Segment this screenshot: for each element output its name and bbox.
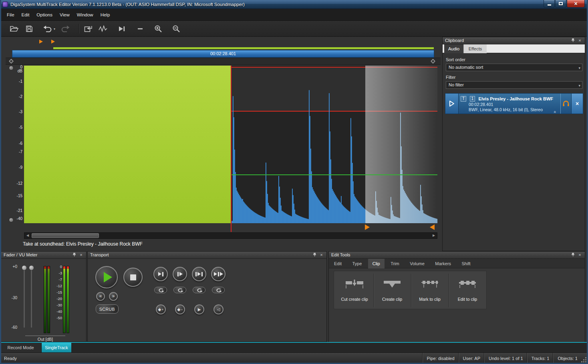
edit-to-clip-button[interactable]: Edit to clip <box>450 274 485 306</box>
vu-scale-label: -15 <box>56 290 62 294</box>
mark-to-clip-button[interactable]: Mark to clip <box>413 274 447 306</box>
loop-button[interactable] <box>212 287 225 293</box>
pin-button[interactable] <box>570 38 576 44</box>
vu-scale-label: -12 <box>56 284 62 288</box>
play-from-mark-button[interactable] <box>173 267 187 281</box>
waveform-tool-button[interactable] <box>97 23 109 34</box>
goto-marker-button[interactable] <box>117 23 128 34</box>
mark-out-icon[interactable] <box>430 224 435 230</box>
entry-play-button[interactable] <box>445 94 459 114</box>
menu-view[interactable]: View <box>56 11 73 19</box>
scroll-left-button[interactable]: ◀ <box>24 233 31 238</box>
zoom-in-button[interactable] <box>153 23 164 34</box>
play-between-marks-button[interactable] <box>192 267 206 281</box>
tab-volume[interactable]: Volume <box>405 259 429 268</box>
open-button[interactable] <box>8 23 20 34</box>
zoom-out-button[interactable] <box>171 23 182 34</box>
range-handle-right[interactable] <box>431 59 435 63</box>
fader-knob-left[interactable] <box>22 265 27 270</box>
menu-window[interactable]: Window <box>73 11 97 19</box>
forward-button[interactable]: » <box>109 292 118 301</box>
edit-marker-lane[interactable] <box>24 223 437 232</box>
previous-mark-button[interactable]: ◁ <box>213 304 224 314</box>
play-button[interactable] <box>95 266 118 288</box>
undo-dropdown[interactable]: ▾ <box>52 23 57 34</box>
scroll-right-button[interactable]: ▶ <box>431 233 437 238</box>
tab-effects[interactable]: Effects <box>463 44 487 53</box>
panel-close-button[interactable]: × <box>577 252 583 258</box>
sort-order-select[interactable]: No automatic sort ▾ <box>446 64 582 71</box>
minimize-button[interactable] <box>544 0 555 8</box>
range-lane[interactable] <box>6 58 441 65</box>
mark-to-clip-label: Mark to clip <box>413 297 447 302</box>
mark-in-icon[interactable] <box>365 224 370 230</box>
overview-marker-icon[interactable] <box>51 40 55 44</box>
next-mark-button[interactable]: ▶ <box>194 304 204 314</box>
fader-knob-right[interactable] <box>29 265 34 270</box>
edit-to-clip-label: Edit to clip <box>450 297 485 302</box>
maximize-button[interactable] <box>555 0 566 8</box>
fader-track-right[interactable] <box>31 268 32 328</box>
pin-button[interactable] <box>312 252 318 258</box>
menu-help[interactable]: Help <box>97 11 114 19</box>
entry-main[interactable]: T 1 Elvis Presley - Jailhouse Rock BWF 0… <box>459 94 560 114</box>
entry-remove-button[interactable]: × <box>571 94 583 114</box>
entry-prelisten-button[interactable] <box>560 94 571 114</box>
pin-button[interactable] <box>71 252 77 258</box>
add-mark-button[interactable]: ◆+ <box>156 304 166 314</box>
range-handle-left[interactable] <box>9 59 13 63</box>
fader-track-left[interactable] <box>24 268 25 328</box>
tab-shift[interactable]: Shift <box>457 259 475 268</box>
waveform-canvas[interactable] <box>24 66 437 223</box>
menu-options[interactable]: Options <box>33 11 56 19</box>
stop-button[interactable] <box>123 268 143 287</box>
menu-edit[interactable]: Edit <box>18 11 33 19</box>
out-db-label: Out [dB] <box>25 336 65 342</box>
resize-grip[interactable] <box>585 361 586 362</box>
overview-marker-lane[interactable] <box>6 37 441 46</box>
rewind-button[interactable]: « <box>96 292 105 301</box>
scrollbar-thumb[interactable] <box>32 233 99 238</box>
remove-mark-button[interactable]: ◆− <box>175 304 185 314</box>
menu-file[interactable]: File <box>3 11 18 19</box>
cut-create-clip-button[interactable]: Cut create clip <box>337 274 372 306</box>
loop-icon <box>157 288 164 292</box>
transfer-button[interactable] <box>83 23 94 34</box>
clipboard-entry[interactable]: T 1 Elvis Presley - Jailhouse Rock BWF 0… <box>445 93 583 114</box>
play-around-mark-button[interactable] <box>211 267 226 281</box>
volume-envelope-line[interactable] <box>231 174 437 175</box>
panel-close-button[interactable]: × <box>78 252 84 258</box>
scrub-button[interactable]: SCRUB <box>96 304 119 314</box>
tab-type[interactable]: Type <box>348 259 366 268</box>
save-button[interactable] <box>24 23 35 34</box>
selected-region[interactable] <box>24 66 231 223</box>
tab-markers[interactable]: Markers <box>431 259 455 268</box>
redo-button[interactable] <box>60 23 71 34</box>
fader-scale-label: -60 <box>7 325 17 330</box>
panel-close-button[interactable]: × <box>318 252 324 258</box>
tab-record-mode[interactable]: Record Mode <box>0 343 42 352</box>
loop-button[interactable] <box>154 287 167 293</box>
overview-marker-icon[interactable] <box>39 40 43 44</box>
undo-button[interactable] <box>42 23 53 34</box>
db-ruler-label: 0 dB <box>6 65 22 73</box>
pin-button[interactable] <box>570 252 576 258</box>
tab-clip[interactable]: Clip <box>368 259 385 268</box>
remove-button[interactable] <box>135 23 146 34</box>
tab-singletrack[interactable]: SingleTrack <box>42 343 71 352</box>
filter-select[interactable]: No filter ▾ <box>446 81 582 89</box>
overview-position-bar[interactable]: 00:02:28.401 <box>12 50 434 58</box>
playhead[interactable] <box>231 66 232 232</box>
tab-audio[interactable]: Audio <box>444 44 463 53</box>
tab-edit[interactable]: Edit <box>330 259 346 268</box>
panel-close-button[interactable]: × <box>577 38 583 44</box>
create-clip-button[interactable]: Create clip <box>375 274 409 306</box>
db-ruler-label: -3 <box>6 110 22 114</box>
tab-trim[interactable]: Trim <box>386 259 404 268</box>
horizontal-scrollbar[interactable]: ◀ ▶ <box>24 232 437 239</box>
loop-button[interactable] <box>173 287 186 293</box>
close-button[interactable]: × <box>567 0 585 8</box>
loop-button[interactable] <box>193 287 205 293</box>
play-to-mark-button[interactable] <box>153 267 168 281</box>
entry-collapse-icon[interactable]: « <box>553 111 558 113</box>
